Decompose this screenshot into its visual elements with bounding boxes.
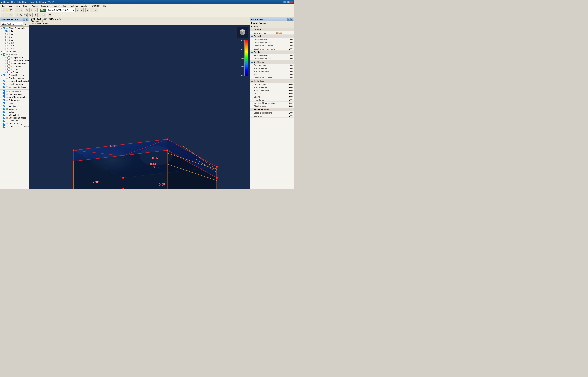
menu-calculate[interactable]: Calculate	[39, 4, 51, 7]
menu-cad-bim[interactable]: CAD-BIM	[90, 4, 101, 7]
check-title-information[interactable]	[3, 93, 5, 95]
prev-section-button[interactable]: ◄	[75, 8, 79, 12]
tree-uy[interactable]: ⬡ uy	[0, 35, 29, 38]
nav-prev-arrow[interactable]: ◄	[24, 23, 26, 25]
result-button[interactable]: 📊	[42, 13, 46, 17]
toggle-result-sections[interactable]: ►	[1, 83, 3, 85]
view-xy-button[interactable]: XY	[15, 13, 19, 17]
cp-section-by-surface[interactable]: ▬ By Surface	[250, 79, 294, 83]
check-solids-display[interactable]	[3, 111, 5, 113]
menu-help[interactable]: Help	[102, 4, 109, 7]
tree-ribs[interactable]: ► ≡ Ribs - Effective Contribution on Sur…	[0, 125, 29, 128]
cp-section-by-member[interactable]: ▬ By Member	[250, 60, 294, 64]
panel-header-buttons[interactable]: 📌 ✕	[23, 18, 28, 21]
panel-close-button[interactable]: ✕	[25, 18, 28, 21]
next-section-button[interactable]: ►	[80, 8, 84, 12]
tree-strains[interactable]: ► ≋ Strains	[0, 68, 29, 71]
check-values-on-surfaces[interactable]	[3, 86, 5, 88]
radio-uz[interactable]	[5, 39, 8, 41]
load-button[interactable]: ↡	[38, 13, 42, 17]
maximize-button[interactable]: □	[287, 0, 290, 3]
radio-ux[interactable]	[5, 33, 8, 35]
tree-members-display[interactable]: ► ━ Members	[0, 105, 29, 107]
tree-line-welds[interactable]: ► ≈ Line Welds	[0, 113, 29, 116]
save-button[interactable]: 💾	[9, 8, 13, 12]
check-members[interactable]	[3, 50, 5, 53]
tree-dimension[interactable]: ► ↔ Dimension	[0, 119, 29, 122]
tree-type-display[interactable]: ► ⬡ Type of display	[0, 122, 29, 125]
cube-navigator[interactable]: +Y +X	[237, 27, 248, 38]
tree-local-deformations[interactable]: ► ⬡ Local Deformations	[0, 59, 29, 62]
redo-button[interactable]: ↪	[19, 8, 23, 12]
check-strains[interactable]	[7, 68, 10, 71]
cp-header-buttons[interactable]: 📌 ✕	[287, 18, 293, 21]
tree-global-deformations[interactable]: ▼ ⬡ Global Deformations	[0, 27, 29, 30]
tree-values-surfaces[interactable]: ► ▦ Values on Surfaces	[0, 116, 29, 119]
tree-layer-side[interactable]: ► ▦ Layer Side	[0, 56, 29, 59]
tree-u-abs[interactable]: ⬡ |u|	[0, 30, 29, 33]
check-surfaces[interactable]	[3, 53, 5, 56]
check-line-welds[interactable]	[3, 114, 5, 116]
toggle-surfaces[interactable]: ▼	[1, 54, 3, 56]
deform-button[interactable]: ⤵	[34, 13, 38, 17]
radio-u-abs[interactable]	[5, 30, 8, 32]
tree-surfaces-display[interactable]: ► ▦ Surfaces	[0, 107, 29, 110]
toggle-strains[interactable]: ►	[5, 68, 7, 70]
cp-section-general[interactable]: ▬ General	[250, 28, 294, 31]
wireframe-button[interactable]: ⬡	[90, 8, 94, 12]
check-surfaces-display[interactable]	[3, 108, 5, 110]
new-button[interactable]: 📄	[1, 8, 5, 12]
js-button[interactable]: JS	[48, 13, 52, 17]
section-dropdown[interactable]: Section 2.4 (ASD), 1. to 7.	[46, 8, 75, 12]
radio-phiz[interactable]	[5, 47, 8, 50]
check-ribs[interactable]	[3, 126, 5, 128]
check-shape[interactable]	[7, 71, 10, 73]
check-result-sections[interactable]	[3, 83, 5, 85]
nav-next-arrow[interactable]: ►	[27, 23, 28, 25]
check-internal-forces[interactable]	[7, 62, 10, 65]
open-button[interactable]: 📂	[5, 8, 9, 12]
undo-button[interactable]: ↩	[15, 8, 19, 12]
tree-deformation-display[interactable]: ► ⬡ Deformation	[0, 99, 29, 102]
menu-file[interactable]: File	[1, 4, 7, 7]
viewport-canvas[interactable]: 0.04 0.06 0.14 0.1... 0.00 0.01 0.05 0.0…	[29, 25, 250, 188]
tree-support-reactions[interactable]: ► ↡ Support Reactions	[0, 74, 29, 77]
ds2-badge[interactable]: DS2	[39, 9, 46, 12]
toggle-global-deformations[interactable]: ▼	[1, 27, 3, 29]
tree-envelope-values[interactable]: ► ⬡ Envelope Values	[0, 77, 29, 80]
tree-stresses[interactable]: ► ≋ Stresses	[0, 65, 29, 68]
tree-max-min-info[interactable]: ► ⬡ Max/Min Information	[0, 96, 29, 99]
tree-solids-display[interactable]: ► ▪ Solids	[0, 110, 29, 113]
tree-lines-display[interactable]: ► — Lines	[0, 102, 29, 105]
tree-surfaces[interactable]: ▼ ▦ Surfaces	[0, 53, 29, 56]
toggle-surface-results[interactable]: ►	[1, 80, 3, 82]
view-yz-button[interactable]: YZ	[24, 13, 28, 17]
cp-close-button[interactable]: ✕	[290, 18, 293, 21]
rotate-button[interactable]: ↻	[9, 13, 13, 17]
check-layer-side[interactable]	[7, 56, 10, 59]
menu-insert[interactable]: Insert	[22, 4, 30, 7]
zoom-in-button[interactable]: 🔍	[25, 8, 29, 12]
cp-pin-button[interactable]: 📌	[287, 18, 290, 21]
transparent-button[interactable]: ◫	[94, 8, 98, 12]
menu-view[interactable]: View	[14, 4, 22, 7]
menu-options[interactable]: Options	[69, 4, 79, 7]
tree-phiy[interactable]: ⬡ φY	[0, 44, 29, 47]
tree-values-on-surfaces[interactable]: ► ⬡ Values on Surfaces	[0, 85, 29, 88]
tree-phiz[interactable]: ⬡ φZ	[0, 47, 29, 50]
close-button[interactable]: ✕	[290, 0, 293, 3]
check-local-deformations[interactable]	[7, 59, 10, 62]
cp-section-by-line[interactable]: ▬ By Line	[250, 50, 294, 54]
menu-results[interactable]: Results	[51, 4, 61, 7]
analysis-type-dropdown[interactable]: Static Analysis	[1, 22, 23, 25]
check-result-values[interactable]	[3, 90, 5, 93]
tree-uz[interactable]: ⬡ uz	[0, 38, 29, 41]
radio-phix[interactable]	[5, 42, 8, 44]
check-deformation-display[interactable]	[3, 99, 5, 101]
tree-title-information[interactable]: ► ⬡ Title Information	[0, 93, 29, 96]
toggle-members[interactable]: ►	[1, 51, 3, 53]
panel-pin-button[interactable]: 📌	[23, 18, 25, 21]
tree-internal-forces[interactable]: ► ≋ Internal Forces	[0, 62, 29, 65]
toggle-support-reactions[interactable]: ►	[1, 74, 3, 76]
render-button[interactable]: ▣	[85, 8, 90, 12]
